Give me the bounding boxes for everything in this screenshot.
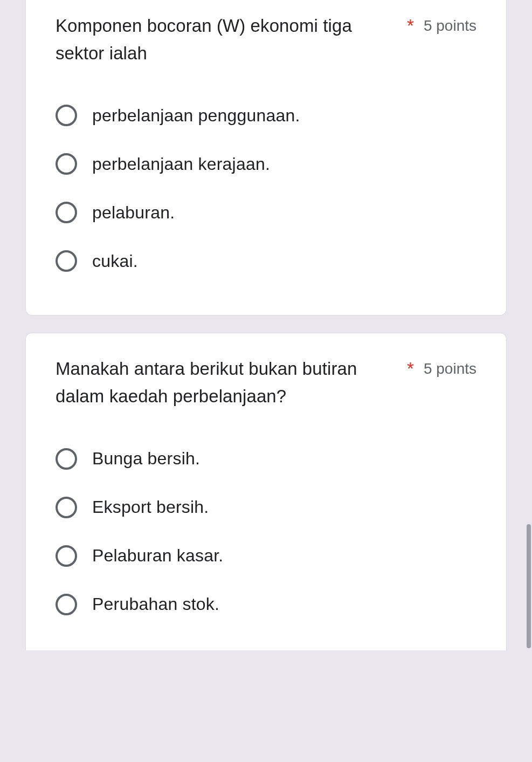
radio-icon — [56, 250, 77, 272]
option-label: pelaburan. — [92, 203, 175, 223]
options-group: perbelanjaan penggunaan. perbelanjaan ke… — [56, 91, 476, 285]
option-label: Bunga bersih. — [92, 449, 200, 469]
option-label: Eksport bersih. — [92, 497, 209, 517]
option-label: perbelanjaan kerajaan. — [92, 154, 270, 174]
radio-icon — [56, 594, 77, 615]
option-label: Perubahan stok. — [92, 594, 219, 614]
radio-option[interactable]: Perubahan stok. — [56, 580, 476, 629]
question-header: Manakah antara berikut bukan butiran dal… — [56, 355, 476, 410]
radio-option[interactable]: Eksport bersih. — [56, 483, 476, 532]
question-title-wrap: Komponen bocoran (W) ekonomi tiga sektor… — [56, 12, 414, 67]
option-label: Pelaburan kasar. — [92, 546, 223, 566]
required-asterisk: * — [407, 12, 414, 39]
radio-option[interactable]: Bunga bersih. — [56, 435, 476, 483]
radio-option[interactable]: pelaburan. — [56, 188, 476, 237]
radio-option[interactable]: Pelaburan kasar. — [56, 532, 476, 580]
question-card: Komponen bocoran (W) ekonomi tiga sektor… — [25, 0, 507, 315]
question-title: Komponen bocoran (W) ekonomi tiga sektor… — [56, 12, 403, 67]
radio-icon — [56, 448, 77, 470]
form-container: Komponen bocoran (W) ekonomi tiga sektor… — [0, 0, 532, 650]
radio-icon — [56, 497, 77, 518]
radio-option[interactable]: perbelanjaan penggunaan. — [56, 91, 476, 140]
radio-option[interactable]: cukai. — [56, 237, 476, 285]
radio-icon — [56, 545, 77, 567]
question-title: Manakah antara berikut bukan butiran dal… — [56, 355, 403, 410]
points-label: 5 points — [424, 12, 476, 37]
question-card: Manakah antara berikut bukan butiran dal… — [25, 333, 507, 650]
radio-icon — [56, 202, 77, 223]
question-title-wrap: Manakah antara berikut bukan butiran dal… — [56, 355, 414, 410]
required-asterisk: * — [407, 355, 414, 382]
option-label: perbelanjaan penggunaan. — [92, 106, 300, 126]
option-label: cukai. — [92, 251, 138, 271]
radio-icon — [56, 105, 77, 126]
options-group: Bunga bersih. Eksport bersih. Pelaburan … — [56, 435, 476, 629]
points-label: 5 points — [424, 355, 476, 380]
question-header: Komponen bocoran (W) ekonomi tiga sektor… — [56, 12, 476, 67]
scroll-indicator[interactable] — [527, 524, 531, 648]
radio-icon — [56, 153, 77, 175]
radio-option[interactable]: perbelanjaan kerajaan. — [56, 140, 476, 188]
